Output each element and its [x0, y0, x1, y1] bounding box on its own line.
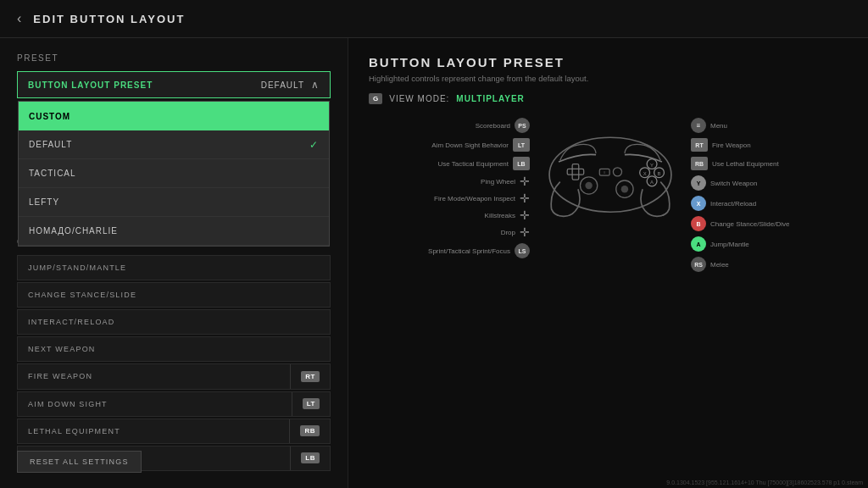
- right-panel: BUTTON LAYOUT PRESET Highlighted control…: [348, 38, 868, 488]
- preset-dropdown: CUSTOM DEFAULT ✓ TACTICAL LEFTY НОМАДО/C…: [18, 101, 330, 247]
- setting-row-lethal[interactable]: LETHAL EQUIPMENT RB: [17, 419, 331, 444]
- preset-row[interactable]: BUTTON LAYOUT PRESET DEFAULT ∧ CUSTOM DE…: [17, 71, 331, 98]
- svg-rect-13: [572, 164, 579, 180]
- action-label: Fire Mode/Weapon Inspect: [369, 195, 515, 202]
- action-label: Menu: [710, 122, 727, 130]
- lb-badge: LB: [513, 157, 530, 170]
- action-label: Ping Wheel: [369, 178, 515, 186]
- setting-label: INTERACT/RELOAD: [18, 318, 309, 326]
- view-mode-row[interactable]: G VIEW MODE: MULTIPLAYER: [369, 93, 848, 104]
- a-badge: A: [691, 236, 706, 252]
- back-button[interactable]: ‹: [17, 11, 21, 26]
- dropdown-item-default[interactable]: DEFAULT ✓: [19, 130, 329, 159]
- action-label: Melee: [710, 261, 729, 269]
- mapping-melee: RS Melee: [691, 257, 848, 272]
- view-mode-label: VIEW MODE:: [389, 94, 449, 103]
- setting-row-nextweapon[interactable]: NEXT WEAPON: [17, 336, 331, 362]
- svg-text:A: A: [650, 180, 654, 185]
- mapping-scoreboard: Scoreboard PS: [369, 118, 530, 133]
- setting-row-jump[interactable]: JUMP/STAND/MANTLE: [17, 255, 331, 280]
- dropdown-item-label: LEFTY: [29, 197, 59, 207]
- svg-point-17: [613, 168, 621, 176]
- mapping-interact-reload: X Interact/Reload: [691, 196, 848, 211]
- rs-badge: RS: [691, 257, 706, 272]
- mapping-drop: Drop ✛: [369, 226, 530, 238]
- dpad-icon: ✛: [520, 226, 530, 238]
- svg-text:≡: ≡: [604, 170, 606, 175]
- svg-rect-14: [567, 169, 583, 175]
- mapping-tactical-equip: Use Tactical Equipment LB: [369, 157, 530, 170]
- dropdown-item-label: DEFAULT: [29, 140, 72, 149]
- action-label: Fire Weapon: [712, 141, 751, 149]
- left-panel: PRESET BUTTON LAYOUT PRESET DEFAULT ∧ CU…: [0, 38, 348, 488]
- setting-row-stance[interactable]: CHANGE STANCE/SLIDE: [17, 282, 331, 308]
- lt-badge: LT: [513, 138, 530, 152]
- setting-value: RB: [290, 425, 330, 436]
- setting-label: FIRE WEAPON: [18, 372, 290, 380]
- lt-badge: LT: [303, 398, 320, 409]
- dpad-icon: ✛: [520, 209, 530, 221]
- dpad-icon: ✛: [520, 175, 530, 187]
- setting-row-fire[interactable]: FIRE WEAPON RT: [17, 363, 331, 389]
- ls-badge: LS: [515, 243, 530, 258]
- action-label: Jump/Mantle: [710, 241, 749, 248]
- dropdown-item-lefty[interactable]: LEFTY: [19, 188, 329, 217]
- mapping-ping: Ping Wheel ✛: [369, 175, 530, 187]
- setting-row-interact[interactable]: INTERACT/RELOAD: [17, 309, 331, 335]
- right-subtitle: Highlighted controls represent change fr…: [369, 74, 848, 83]
- action-label: Killstreaks: [369, 212, 515, 219]
- action-label: Aim Down Sight Behavior: [369, 141, 509, 149]
- setting-label: LETHAL EQUIPMENT: [18, 427, 289, 435]
- setting-label: NEXT WEAPON: [18, 345, 309, 353]
- setting-label: AIM DOWN SIGHT: [18, 400, 292, 408]
- setting-value: RT: [291, 371, 330, 382]
- controller-layout: Scoreboard PS Aim Down Sight Behavior LT…: [369, 118, 848, 272]
- left-mappings: Scoreboard PS Aim Down Sight Behavior LT…: [369, 118, 530, 258]
- chevron-up-icon: ∧: [311, 79, 320, 91]
- action-label: Sprint/Tactical Sprint/Focus: [369, 247, 510, 255]
- right-mappings: ≡ Menu RT Fire Weapon RB Use Lethal Equi…: [691, 118, 848, 272]
- mapping-fire-weapon: RT Fire Weapon: [691, 138, 848, 152]
- action-label: Scoreboard: [369, 122, 510, 130]
- dropdown-item-label: TACTICAL: [29, 169, 76, 178]
- dropdown-item-label: CUSTOM: [29, 112, 70, 121]
- y-badge: Y: [691, 175, 706, 191]
- setting-value: LT: [292, 398, 330, 409]
- setting-row-ads[interactable]: AIM DOWN SIGHT LT: [17, 391, 331, 417]
- mapping-firemode: Fire Mode/Weapon Inspect ✛: [369, 192, 530, 204]
- action-label: Change Stance/Slide/Dive: [710, 220, 789, 228]
- right-title: BUTTON LAYOUT PRESET: [369, 55, 848, 69]
- checkmark-icon: ✓: [309, 139, 319, 151]
- svg-text:X: X: [643, 171, 647, 176]
- lb-badge: LB: [301, 452, 320, 463]
- svg-text:Y: Y: [650, 163, 654, 168]
- mapping-switch-weapon: Y Switch Weapon: [691, 175, 848, 191]
- reset-all-button[interactable]: RESET ALL SETTINGS: [17, 451, 142, 473]
- rb-badge: RB: [300, 425, 320, 436]
- mapping-menu: ≡ Menu: [691, 118, 848, 133]
- rt-badge: RT: [301, 371, 320, 382]
- b-badge: B: [691, 216, 706, 231]
- rt-badge: RT: [691, 138, 708, 152]
- dropdown-item-tactical[interactable]: TACTICAL: [19, 159, 329, 188]
- view-mode-value: MULTIPLAYER: [456, 94, 524, 103]
- action-label: Use Lethal Equipment: [712, 160, 779, 168]
- action-label: Drop: [369, 229, 515, 236]
- dropdown-item-nomad[interactable]: НОМАДО/CHARLIE: [19, 217, 329, 246]
- rb-badge: RB: [691, 157, 708, 170]
- status-bar: 9.0.1304.1523 [955.121.1614+10 Thu [7500…: [661, 477, 868, 488]
- mapping-ads: Aim Down Sight Behavior LT: [369, 138, 530, 152]
- dropdown-item-custom[interactable]: CUSTOM: [19, 102, 329, 130]
- preset-row-label: BUTTON LAYOUT PRESET: [18, 80, 251, 90]
- mapping-killstreaks: Killstreaks ✛: [369, 209, 530, 221]
- preset-section-label: PRESET: [17, 53, 331, 63]
- menu-badge: ≡: [691, 118, 706, 133]
- page-title: EDIT BUTTON LAYOUT: [33, 13, 185, 25]
- mapping-sprint: Sprint/Tactical Sprint/Focus LS: [369, 243, 530, 258]
- preset-row-value: DEFAULT ∧: [251, 79, 330, 91]
- mapping-change-stance: B Change Stance/Slide/Dive: [691, 216, 848, 231]
- ps-badge: PS: [515, 118, 530, 133]
- action-label: Use Tactical Equipment: [369, 160, 509, 168]
- svg-text:B: B: [658, 171, 661, 176]
- mapping-lethal: RB Use Lethal Equipment: [691, 157, 848, 170]
